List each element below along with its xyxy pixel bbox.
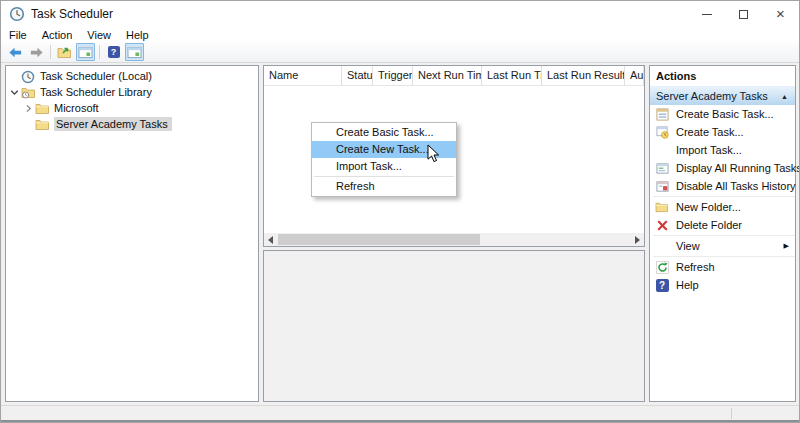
scroll-left-button[interactable] — [264, 233, 277, 246]
actions-group-header[interactable]: Server Academy Tasks ▲ — [650, 86, 795, 105]
export-list-button[interactable] — [55, 43, 74, 61]
action-delete-folder[interactable]: Delete Folder — [650, 216, 795, 234]
action-create-basic-task[interactable]: Create Basic Task... — [650, 105, 795, 123]
chevron-expanded-icon[interactable] — [9, 87, 20, 97]
scroll-right-button[interactable] — [631, 233, 644, 246]
menu-help[interactable]: Help — [126, 29, 149, 41]
horizontal-scrollbar[interactable] — [264, 233, 644, 246]
action-new-folder[interactable]: New Folder... — [650, 198, 795, 216]
tree-item-label: Task Scheduler Library — [40, 86, 152, 98]
clock-app-icon — [9, 6, 25, 22]
column-header-next-run-time[interactable]: Next Run Time — [413, 66, 482, 85]
context-menu-create-basic-task[interactable]: Create Basic Task... — [312, 124, 456, 141]
show-console-tree-icon — [78, 46, 93, 59]
maximize-button[interactable] — [725, 1, 762, 27]
column-header-name[interactable]: Name — [264, 66, 342, 85]
collapse-arrow-icon[interactable]: ▲ — [781, 93, 788, 100]
new-folder-icon — [655, 200, 669, 214]
tree-item-task-scheduler-local[interactable]: Task Scheduler (Local) — [6, 68, 258, 84]
back-button[interactable] — [6, 43, 25, 61]
help-button[interactable]: ? — [104, 43, 123, 61]
menu-bar: File Action View Help — [1, 27, 799, 42]
close-icon: × — [776, 9, 785, 19]
forward-button[interactable] — [27, 43, 46, 61]
create-basic-task-icon — [655, 107, 669, 121]
tree-item-label-selected: Server Academy Tasks — [54, 117, 172, 131]
task-list-header: Name Status Triggers Next Run Time Last … — [264, 66, 644, 86]
minimize-button[interactable] — [688, 1, 725, 27]
folder-icon — [35, 102, 50, 115]
action-disable-all-tasks-history[interactable]: Disable All Tasks History — [650, 177, 795, 195]
show-console-tree-button[interactable] — [76, 43, 95, 61]
minimize-icon — [702, 14, 712, 15]
action-create-task[interactable]: Create Task... — [650, 123, 795, 141]
actions-separator — [653, 256, 795, 257]
toolbar-separator — [50, 45, 51, 59]
console-content: Task Scheduler (Local) Task Scheduler Li… — [1, 63, 799, 405]
action-view[interactable]: View ▶ — [650, 237, 795, 255]
scroll-left-icon — [268, 236, 273, 244]
back-arrow-icon — [8, 45, 23, 60]
menu-action[interactable]: Action — [42, 29, 73, 41]
action-refresh[interactable]: Refresh — [650, 258, 795, 276]
export-folder-icon — [57, 46, 72, 59]
submenu-arrow-icon: ▶ — [784, 242, 789, 250]
console-tree-panel: Task Scheduler (Local) Task Scheduler Li… — [5, 65, 259, 402]
column-header-last-run-result[interactable]: Last Run Result — [542, 66, 625, 85]
actions-pane-title: Actions — [650, 66, 795, 86]
show-action-pane-icon — [127, 46, 142, 59]
create-task-icon — [655, 125, 669, 139]
menu-view[interactable]: View — [87, 29, 111, 41]
action-help[interactable]: ? Help — [650, 276, 795, 294]
title-bar: Task Scheduler × — [1, 1, 799, 27]
status-bar — [1, 405, 799, 420]
actions-pane: Actions Server Academy Tasks ▲ Create Ba… — [649, 65, 796, 402]
clock-icon — [21, 70, 36, 83]
tree-item-microsoft[interactable]: Microsoft — [6, 100, 258, 116]
delete-x-icon — [655, 218, 669, 232]
task-scheduler-window: Task Scheduler × File Action View Help ? — [0, 0, 800, 423]
library-folder-icon — [21, 86, 36, 99]
scroll-right-icon — [635, 236, 640, 244]
scrollbar-thumb[interactable] — [278, 234, 480, 245]
tree-item-label: Task Scheduler (Local) — [40, 70, 152, 82]
toolbar: ? — [1, 42, 799, 63]
show-action-pane-button[interactable] — [125, 43, 144, 61]
maximize-icon — [739, 10, 748, 19]
status-bar-divider — [731, 408, 732, 419]
actions-separator — [653, 196, 795, 197]
column-header-author[interactable]: Auth — [625, 66, 644, 85]
disable-history-icon — [655, 179, 669, 193]
tree-item-label: Microsoft — [54, 102, 99, 114]
display-running-tasks-icon — [655, 161, 669, 175]
toolbar-separator — [99, 45, 100, 59]
context-menu-refresh[interactable]: Refresh — [312, 178, 456, 195]
help-icon: ? — [655, 278, 669, 292]
window-controls: × — [688, 1, 799, 27]
menu-file[interactable]: File — [9, 29, 27, 41]
action-display-all-running-tasks[interactable]: Display All Running Tasks — [650, 159, 795, 177]
tree-item-task-scheduler-library[interactable]: Task Scheduler Library — [6, 84, 258, 100]
column-header-last-run-time[interactable]: Last Run Time — [482, 66, 542, 85]
close-button[interactable]: × — [762, 1, 799, 27]
actions-separator — [653, 235, 795, 236]
action-import-task[interactable]: Import Task... — [650, 141, 795, 159]
column-header-status[interactable]: Status — [342, 66, 373, 85]
help-icon: ? — [108, 46, 120, 58]
column-header-triggers[interactable]: Triggers — [373, 66, 413, 85]
context-menu-separator — [314, 176, 454, 177]
chevron-collapsed-icon[interactable] — [23, 103, 34, 113]
refresh-icon — [655, 260, 669, 274]
preview-pane — [263, 250, 645, 402]
tree-item-server-academy-tasks[interactable]: Server Academy Tasks — [6, 116, 258, 132]
window-title: Task Scheduler — [31, 7, 113, 21]
folder-icon — [35, 118, 50, 131]
mouse-cursor-icon — [427, 144, 440, 168]
actions-group-title: Server Academy Tasks — [656, 90, 768, 102]
forward-arrow-icon — [29, 45, 44, 60]
